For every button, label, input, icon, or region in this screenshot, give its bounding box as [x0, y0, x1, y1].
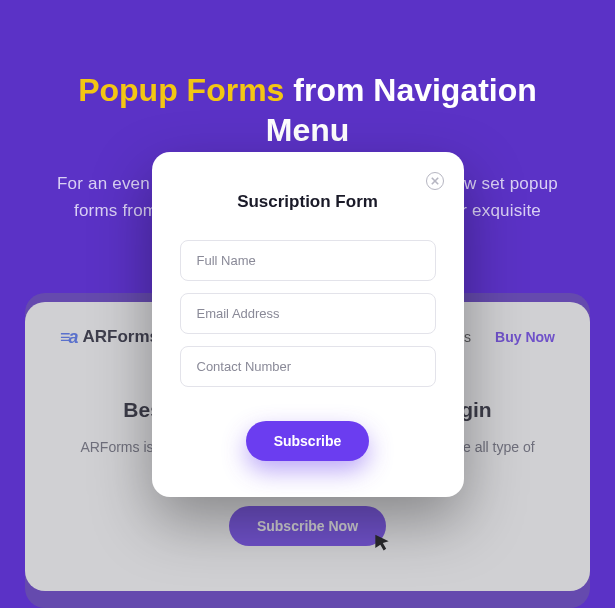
contact-input[interactable]	[180, 346, 436, 387]
email-input[interactable]	[180, 293, 436, 334]
fullname-input[interactable]	[180, 240, 436, 281]
hero-title-rest: from Navigation Menu	[266, 72, 537, 148]
modal-title: Suscription Form	[180, 192, 436, 212]
subscribe-now-label: Subscribe Now	[257, 518, 358, 534]
close-icon	[431, 177, 439, 185]
subscribe-button[interactable]: Subscribe	[246, 421, 370, 461]
brand-logo[interactable]: ≡a ARForms	[60, 327, 159, 348]
cursor-icon	[372, 533, 392, 556]
brand-logo-icon: ≡a	[60, 327, 77, 348]
hero-title-accent: Popup Forms	[78, 72, 284, 108]
close-button[interactable]	[426, 172, 444, 190]
nav-link-buy[interactable]: Buy Now	[495, 329, 555, 345]
subscribe-now-button[interactable]: Subscribe Now	[229, 506, 386, 546]
subscription-modal: Suscription Form Subscribe	[152, 152, 464, 497]
hero-title: Popup Forms from Navigation Menu	[40, 70, 575, 150]
brand-name: ARForms	[83, 327, 160, 347]
